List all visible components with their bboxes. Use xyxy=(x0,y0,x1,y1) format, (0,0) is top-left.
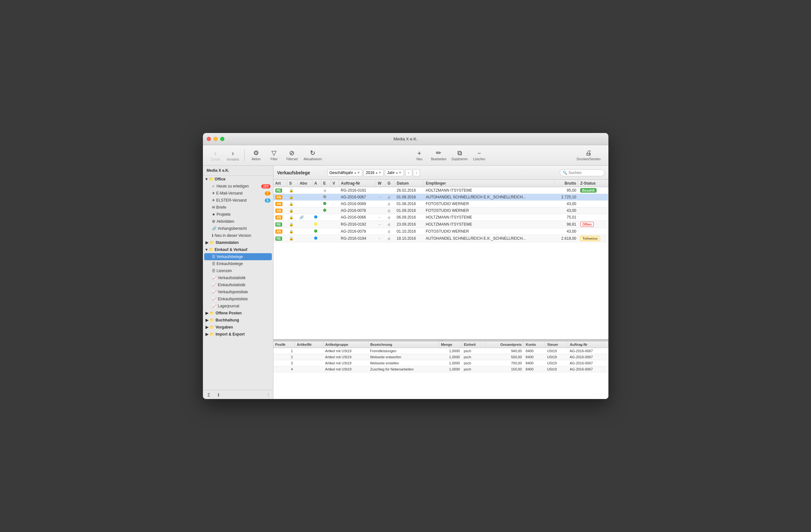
sidebar-section-offene-posten[interactable]: ▶ 📁 Offene Posten xyxy=(203,310,273,317)
duplicate-button[interactable]: ⧉ Duplizieren xyxy=(449,147,470,164)
table-row[interactable]: RE 🔒 RG-2016-0194 → 🖨 18.10.2016 AUTOHAN… xyxy=(273,235,608,242)
detail-cell-bezeichnung: Fremdleistungen xyxy=(368,348,439,354)
lagerjournal-icon: 📈 xyxy=(212,304,217,308)
sidebar-item-einkaufspreisliste[interactable]: 📈 Einkaufspreisliste xyxy=(203,296,273,302)
cell-z-status: Teilweise xyxy=(578,235,608,242)
sidebar-section-buchhaltung[interactable]: ▶ 📁 Buchhaltung xyxy=(203,317,273,324)
sidebar-section-vorgaben[interactable]: ▶ 📁 Vorgaben xyxy=(203,324,273,331)
sidebar-item-heute[interactable]: ✓ Heute zu erledigen 223 xyxy=(203,183,273,190)
cell-brutto: 2.725,10 xyxy=(554,194,578,201)
cell-datum: 26.02.2016 xyxy=(395,187,424,194)
table-row[interactable]: RE 🔒 RG-2016-0192 → 🖨 23.09.2016 HOLTZMA… xyxy=(273,221,608,228)
duplicate-icon: ⧉ xyxy=(457,150,462,156)
sidebar-item-briefe[interactable]: ✉ Briefe xyxy=(203,204,273,211)
cell-z-status xyxy=(578,194,608,201)
cell-s: 🔒 xyxy=(287,228,298,235)
sum-button[interactable]: Σ xyxy=(205,391,213,398)
table-row[interactable]: RE 🔒 🖨 RG-2016-0191 26.02.2016 HOLTZMANN… xyxy=(273,187,608,194)
period-select[interactable]: Jahr ▲▼ xyxy=(385,169,404,176)
chevron-right-op-icon: ▶ xyxy=(205,311,208,315)
year-value: 2016 xyxy=(366,171,374,175)
cell-brutto: 98,81 xyxy=(554,221,578,228)
sidebar-section-office[interactable]: ▾ 📁 Office xyxy=(203,176,273,183)
resize-handle: ⋮ xyxy=(266,392,271,397)
cell-auftrag-nr: RG-2016-0191 xyxy=(339,187,376,194)
detail-row[interactable]: 1 Artikel mit USt19 Fremdleistungen 1,00… xyxy=(273,348,608,354)
detail-cell-artikelnr xyxy=(295,354,323,360)
close-button[interactable] xyxy=(207,137,211,141)
cell-art: AN xyxy=(273,207,287,214)
year-select[interactable]: 2016 ▲▼ xyxy=(364,169,384,176)
maximize-button[interactable] xyxy=(220,137,224,141)
sidebar-section-stammdaten[interactable]: ▶ 📁 Stammdaten xyxy=(203,239,273,246)
cell-w xyxy=(376,207,386,214)
chevron-right-ie-icon: ▶ xyxy=(205,332,208,337)
cell-s: 🔒 xyxy=(287,235,298,242)
search-input[interactable] xyxy=(569,171,602,175)
minimize-button[interactable] xyxy=(214,137,218,141)
sidebar-item-verkaufsbelege[interactable]: ☰ Verkaufsbelege xyxy=(204,253,272,260)
sidebar-item-einkaufsstatistik[interactable]: 📈 Einkaufsstatistik xyxy=(203,281,273,288)
geschaeftsjahr-chevron: ▲▼ xyxy=(354,171,360,174)
table-row[interactable]: AN 🔒 AG-2016-0079 🖨 01.10.2016 FOTOSTUDI… xyxy=(273,228,608,235)
sidebar-item-verkaufsstatistik[interactable]: 📈 Verkaufsstatistik xyxy=(203,274,273,281)
detail-row[interactable]: 3 Artikel mit USt19 Webseite erstellen 1… xyxy=(273,360,608,366)
delete-button[interactable]: － Löschen xyxy=(470,147,488,164)
sidebar-item-lagerjournal[interactable]: 📈 Lagerjournal xyxy=(203,302,273,310)
table-row[interactable]: AN 🔒 🔗 AG-2016-0066 → 🖨 06.09.2016 HOLTZ… xyxy=(273,214,608,221)
sidebar-section-einkauf[interactable]: ▾ 📁 Einkauf & Verkauf xyxy=(203,246,273,253)
cell-e xyxy=(321,235,331,242)
nav-group: ‹ Zurück › Vorwärts xyxy=(208,148,242,162)
col-e: E xyxy=(321,180,331,187)
cell-g: 🖨 xyxy=(385,201,395,207)
edit-button[interactable]: ✏ Bearbeiten xyxy=(428,147,449,164)
forward-button[interactable]: › Vorwärts xyxy=(224,148,242,162)
new-button[interactable]: ＋ Neu xyxy=(410,147,428,164)
period-next[interactable]: › xyxy=(413,169,420,176)
info-button[interactable]: ℹ xyxy=(215,391,222,398)
cell-empfaenger: FOTOSTUDIO WERNER xyxy=(424,228,554,235)
geschaeftsjahr-select[interactable]: Geschäftsjahr ▲▼ xyxy=(327,169,363,176)
sidebar-item-lizenzen[interactable]: ☰ Lizenzen xyxy=(203,267,273,274)
filterset-icon: ⊘ xyxy=(289,150,295,156)
action-button[interactable]: ⚙ Aktion xyxy=(247,147,265,164)
detail-row[interactable]: 2 Artikel mit USt19 Webseite entwerfen 1… xyxy=(273,354,608,360)
cell-a xyxy=(312,235,321,242)
filterset-button[interactable]: ⊘ Filterset xyxy=(283,147,301,164)
sidebar-item-anhang[interactable]: 🔗 Anhangübersicht xyxy=(203,225,273,232)
detail-row[interactable]: 4 Artikel mit USt19 Zuschlag für Nebenar… xyxy=(273,366,608,372)
new-icon: ＋ xyxy=(416,150,423,156)
sidebar-item-aktivitaeten[interactable]: ⚙ Aktivitäten xyxy=(203,218,273,225)
detail-header-row: PosNr ArtikelNr Artikelgruppe Bezeichnun… xyxy=(273,341,608,348)
cell-z-status xyxy=(578,228,608,235)
sidebar-section-import-export[interactable]: ▶ 📁 Import & Export xyxy=(203,331,273,338)
sidebar-item-verkaufspreisliste[interactable]: 📈 Verkaufspreisliste xyxy=(203,288,273,296)
detail-cell-menge: 1,0000 xyxy=(439,360,462,366)
table-row[interactable]: AN 🔒 AG-2016-0067 → 🖨 01.08.2016 AUTOHAN… xyxy=(273,194,608,201)
sidebar-item-einkaufsbelege[interactable]: ☰ Einkaufsbelege xyxy=(203,260,273,267)
search-box[interactable]: 🔍 xyxy=(560,169,605,176)
filter-group: Geschäftsjahr ▲▼ 2016 ▲▼ Jahr ▲▼ ‹ › xyxy=(327,169,420,176)
cell-e xyxy=(321,201,331,207)
table-row[interactable]: AN 🔒 AG-2016-0069 🖨 01.08.2016 FOTOSTUDI… xyxy=(273,201,608,207)
list-icon: ☰ xyxy=(212,254,215,259)
back-button[interactable]: ‹ Zurück xyxy=(208,148,223,162)
sidebar: Media X e.K. ▾ 📁 Office ✓ Heute zu erled… xyxy=(203,166,273,399)
cell-empfaenger: AUTOHANDEL SCHNELLREICH E.K._SCHNELLREIC… xyxy=(424,194,554,201)
sidebar-item-neu-version[interactable]: ℹ Neu in dieser Version xyxy=(203,232,273,239)
table-row[interactable]: AN 🔒 AG-2016-0078 🖨 01.09.2016 FOTOSTUDI… xyxy=(273,207,608,214)
sidebar-item-projekte[interactable]: ★ Projekte xyxy=(203,211,273,218)
sidebar-item-email[interactable]: ✈ E-Mail-Versand 7 xyxy=(203,190,273,197)
refresh-button[interactable]: ↻ Aktualisieren xyxy=(301,147,324,164)
cell-g: 🖨 xyxy=(385,214,395,221)
print-button[interactable]: 🖨 Drucken/Senden xyxy=(574,147,603,164)
detail-cell-konto: 8400 xyxy=(524,354,545,360)
cell-art: AN xyxy=(273,201,287,207)
sidebar-item-anhang-label: Anhangübersicht xyxy=(218,226,247,231)
detail-col-artikelnr: ArtikelNr xyxy=(295,341,323,348)
filter-button[interactable]: ▽ Filter xyxy=(265,147,283,164)
cell-auftrag-nr: AG-2016-0067 xyxy=(339,194,376,201)
cell-empfaenger: HOLTZMANN ITSYSTEME xyxy=(424,214,554,221)
period-prev[interactable]: ‹ xyxy=(405,169,412,176)
sidebar-item-elster[interactable]: ✈ ELSTER-Versand 5 xyxy=(203,197,273,204)
